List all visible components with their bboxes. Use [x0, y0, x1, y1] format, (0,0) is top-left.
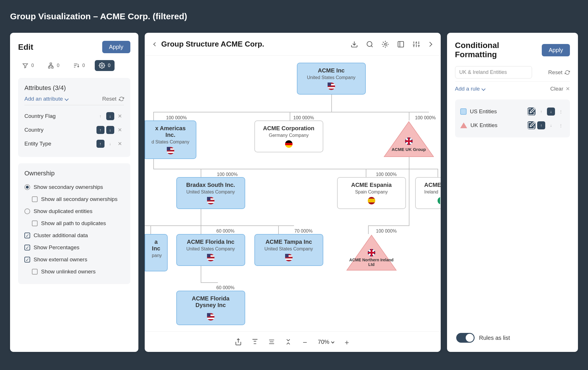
- move-up-button[interactable]: ↑: [96, 126, 105, 134]
- move-down-button[interactable]: ↓: [547, 108, 555, 116]
- diagram-panel: Group Structure ACME Corp.: [145, 33, 441, 352]
- zoom-in-button[interactable]: +: [343, 338, 351, 346]
- opt-external[interactable]: ✓Show external owners: [24, 254, 124, 266]
- tab-hierarchy[interactable]: 0: [44, 60, 63, 71]
- opt-secondary[interactable]: Show secondary ownerships: [24, 181, 124, 193]
- opt-cluster[interactable]: ✓Cluster additional data: [24, 229, 124, 241]
- edge-label: 60 000%: [216, 229, 235, 234]
- tab-settings[interactable]: 0: [95, 60, 115, 71]
- triangle-icon: [460, 122, 467, 128]
- node-florida[interactable]: ACME Florida Inc United States Company: [176, 234, 245, 266]
- move-down-button[interactable]: ↓: [106, 140, 114, 148]
- apply-button[interactable]: Apply: [542, 44, 570, 56]
- move-down-button[interactable]: ↓: [547, 121, 555, 129]
- download-icon[interactable]: [351, 41, 358, 48]
- node-corporation[interactable]: ACME Corporation Germany Company: [254, 120, 323, 152]
- square-icon: [460, 108, 467, 115]
- gear-icon[interactable]: [382, 41, 389, 48]
- checkbox-icon: ✓: [24, 245, 30, 250]
- clear-link[interactable]: Clear✕: [550, 86, 570, 92]
- edge-label: 100 000%: [376, 172, 397, 177]
- flag-uk-icon: [368, 249, 375, 256]
- node-espania[interactable]: ACME Espania Spain Company: [337, 177, 406, 209]
- edit-button[interactable]: [527, 121, 535, 129]
- conditional-panel: Conditional Formatting Apply Reset Add a…: [447, 33, 578, 352]
- chart-canvas[interactable]: 100 000% 100 000% 100 000% 100 000% 100 …: [145, 56, 441, 332]
- edge-label: 100 000%: [293, 115, 314, 120]
- add-rule-link[interactable]: Add a rule: [455, 86, 485, 92]
- flag-us-icon: [285, 254, 293, 261]
- close-icon: ✕: [118, 127, 122, 133]
- opt-percentages[interactable]: ✓Show Percentages: [24, 241, 124, 254]
- tab-sort[interactable]: 0: [69, 60, 89, 71]
- align-top-icon[interactable]: [251, 338, 259, 346]
- page-title: Group Visualization – ACME Corp. (filter…: [0, 0, 588, 33]
- search-icon[interactable]: [366, 41, 374, 48]
- node-bradax[interactable]: Bradax South Inc. United States Company: [176, 177, 245, 209]
- node-dysney[interactable]: ACME Florida Dysney Inc: [176, 291, 245, 325]
- attributes-title: Attributes (3/4): [24, 84, 124, 92]
- checkbox-icon: [32, 221, 38, 226]
- move-up-button[interactable]: ↑: [96, 112, 105, 120]
- reset-attributes-link[interactable]: Reset: [102, 96, 124, 102]
- edit-button[interactable]: [527, 108, 535, 116]
- edit-title: Edit: [18, 43, 33, 52]
- opt-all-dup[interactable]: Show all path to duplicates: [24, 217, 124, 229]
- edit-panel: Edit Apply 0 0 0 0 Attributes (3/4): [10, 33, 138, 352]
- sliders-icon[interactable]: [413, 41, 420, 48]
- radio-icon: [24, 184, 30, 190]
- zoom-level[interactable]: 70%: [318, 339, 334, 345]
- expand-icon[interactable]: [397, 41, 405, 48]
- move-up-button[interactable]: ↑: [537, 121, 545, 129]
- more-button[interactable]: ⋮: [557, 121, 565, 129]
- edge-label: 70 000%: [295, 229, 313, 234]
- edge-label: 60 000%: [216, 285, 235, 290]
- attr-row-country-flag: Country Flag ↑ ↓ ✕: [24, 109, 124, 123]
- checkbox-icon: [32, 196, 38, 202]
- align-center-icon[interactable]: [268, 338, 275, 346]
- remove-button[interactable]: ✕: [116, 112, 124, 120]
- collapse-icon[interactable]: [285, 338, 292, 346]
- opt-duplicated[interactable]: Show duplicated entities: [24, 205, 124, 217]
- flag-us-icon: [328, 83, 335, 90]
- move-up-button[interactable]: ↑: [96, 140, 105, 148]
- reset-link[interactable]: Reset: [548, 69, 570, 76]
- move-up-button[interactable]: ↑: [537, 108, 545, 116]
- node-tampa[interactable]: ACME Tampa Inc United States Company: [254, 234, 323, 266]
- export-icon[interactable]: [235, 338, 242, 346]
- remove-button[interactable]: ✕: [116, 140, 124, 148]
- chevron-down-icon: [331, 340, 334, 343]
- rule-us-entities: US Entities ↑ ↓ ⋮: [460, 105, 565, 118]
- close-icon: ✕: [118, 141, 122, 147]
- opt-unlinked[interactable]: Show unlinked owners: [24, 266, 124, 278]
- node-uk-group[interactable]: ACME UK Group: [383, 120, 435, 159]
- add-attribute-link[interactable]: Add an attribute: [24, 96, 68, 102]
- rule-name-input[interactable]: [455, 66, 532, 78]
- apply-button[interactable]: Apply: [102, 41, 130, 53]
- move-down-button[interactable]: ↓: [106, 126, 114, 134]
- rules-as-list-toggle[interactable]: [456, 333, 475, 343]
- gear-icon: [99, 62, 105, 69]
- chevron-down-icon: [65, 97, 69, 101]
- rule-uk-entities: UK Entities ↑ ↓ ⋮: [460, 118, 565, 132]
- forward-button[interactable]: [427, 42, 432, 47]
- flag-ie-icon: [438, 197, 441, 204]
- node-americas[interactable]: x Americas Inc. d States Company: [145, 120, 196, 159]
- refresh-icon: [565, 70, 570, 75]
- zoom-out-button[interactable]: −: [301, 338, 309, 346]
- tab-filter[interactable]: 0: [18, 60, 38, 71]
- hierarchy-icon: [48, 62, 54, 69]
- opt-all-secondary[interactable]: Show all secondary ownerships: [24, 193, 124, 205]
- remove-button[interactable]: ✕: [116, 126, 124, 134]
- more-button[interactable]: ⋮: [557, 108, 565, 116]
- back-button[interactable]: [153, 42, 157, 46]
- node-a-inc[interactable]: a Inc pany: [145, 234, 168, 271]
- node-northern-ireland[interactable]: ACME Northern Ireland Ltd: [346, 234, 397, 273]
- checkbox-icon: [32, 269, 38, 275]
- move-down-button[interactable]: ↓: [106, 112, 114, 120]
- node-ireland[interactable]: ACME Ireland: [415, 177, 441, 209]
- flag-us-icon: [207, 254, 214, 261]
- flag-us-icon: [167, 147, 174, 154]
- node-acme-inc[interactable]: ACME Inc United States Company: [297, 63, 366, 95]
- cond-title: Conditional Formatting: [455, 41, 542, 59]
